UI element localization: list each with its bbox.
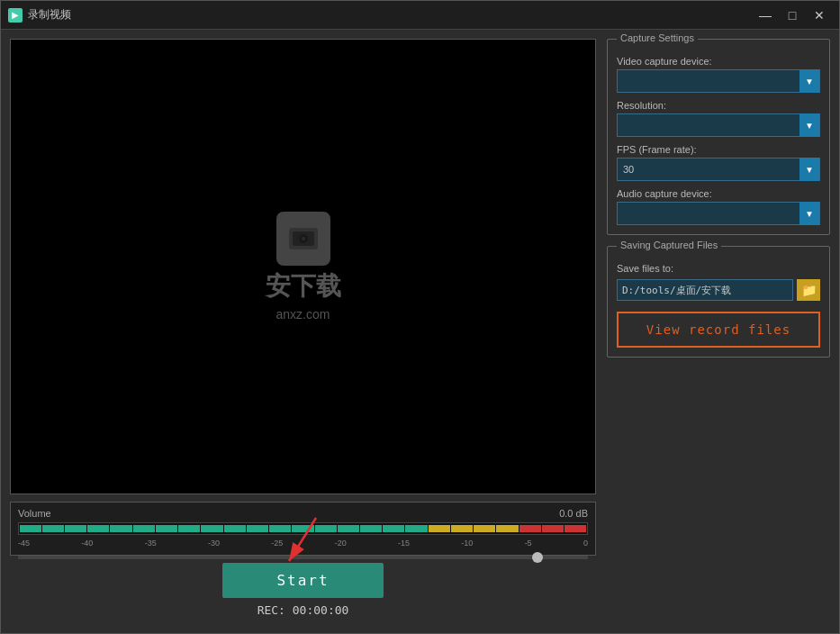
meter-seg-16 (360, 525, 382, 532)
meter-seg-10 (224, 525, 246, 532)
volume-scale: -45 -40 -35 -30 -25 -20 -15 -10 -5 0 (18, 539, 588, 548)
meter-seg-11 (247, 525, 268, 532)
fps-dropdown[interactable]: 30 ▼ (617, 158, 820, 181)
volume-db: 0.0 dB (559, 508, 588, 519)
watermark-icon (276, 212, 330, 266)
video-device-label: Video capture device: (617, 56, 820, 67)
meter-seg-21 (474, 525, 495, 532)
meter-seg-3 (65, 525, 86, 532)
capture-settings-group: Capture Settings Video capture device: ▼… (607, 39, 830, 235)
meter-seg-13 (292, 525, 313, 532)
video-preview: 安下载 anxz.com (10, 39, 596, 494)
meter-seg-2 (42, 525, 64, 532)
volume-bars (19, 523, 587, 534)
vol-label-8: -10 (461, 539, 473, 548)
vol-label-4: -30 (208, 539, 220, 548)
vol-label-2: -40 (81, 539, 93, 548)
meter-seg-22 (496, 525, 518, 532)
vol-label-10: 0 (583, 539, 588, 548)
fps-label: FPS (Frame rate): (617, 144, 820, 155)
minimize-button[interactable]: — (753, 5, 778, 25)
saving-legend: Saving Captured Files (617, 240, 721, 250)
controls-area: Start REC: 00:00:00 (10, 563, 596, 624)
watermark: 安下载 anxz.com (266, 212, 341, 322)
meter-seg-5 (110, 525, 131, 532)
resolution-arrow-icon: ▼ (799, 113, 819, 137)
meter-seg-8 (178, 525, 200, 532)
fps-arrow-icon: ▼ (799, 158, 819, 181)
watermark-sub: anxz.com (276, 307, 330, 322)
resolution-dropdown[interactable]: ▼ (617, 113, 820, 137)
volume-slider[interactable] (18, 556, 588, 559)
content-area: 安下载 anxz.com Volume 0.0 dB (1, 30, 839, 633)
watermark-text: 安下载 (266, 269, 341, 303)
view-record-files-button[interactable]: View record files (617, 312, 820, 348)
video-device-dropdown[interactable]: ▼ (617, 69, 820, 93)
window-controls: — □ ✕ (753, 5, 832, 25)
window-title: 录制视频 (28, 7, 753, 23)
volume-meter (18, 522, 588, 535)
title-bar: ▶ 录制视频 — □ ✕ (1, 1, 839, 30)
resolution-label: Resolution: (617, 100, 820, 111)
vol-label-1: -45 (18, 539, 30, 548)
close-button[interactable]: ✕ (807, 5, 832, 25)
app-icon: ▶ (8, 8, 23, 23)
volume-slider-container (18, 549, 588, 562)
vol-label-6: -20 (335, 539, 347, 548)
meter-seg-6 (133, 525, 155, 532)
volume-label: Volume (18, 508, 51, 519)
vol-label-9: -5 (525, 539, 532, 548)
meter-seg-24 (542, 525, 564, 532)
meter-seg-25 (565, 525, 586, 532)
folder-icon: 📁 (801, 283, 817, 297)
meter-seg-9 (201, 525, 222, 532)
saving-group: Saving Captured Files Save files to: 📁 V… (607, 246, 830, 358)
volume-panel: Volume 0.0 dB (10, 502, 596, 556)
meter-seg-12 (269, 525, 291, 532)
meter-seg-20 (451, 525, 473, 532)
maximize-button[interactable]: □ (780, 5, 805, 25)
left-panel: 安下载 anxz.com Volume 0.0 dB (10, 39, 596, 624)
path-row: 📁 (617, 279, 820, 301)
audio-device-dropdown[interactable]: ▼ (617, 202, 820, 225)
video-device-arrow-icon: ▼ (799, 69, 819, 93)
meter-seg-14 (315, 525, 337, 532)
rec-time: REC: 00:00:00 (257, 603, 349, 617)
main-window: ▶ 录制视频 — □ ✕ (0, 0, 840, 634)
save-to-label: Save files to: (617, 263, 820, 274)
meter-seg-15 (338, 525, 359, 532)
meter-seg-7 (156, 525, 177, 532)
meter-seg-1 (20, 525, 41, 532)
capture-settings-legend: Capture Settings (617, 32, 698, 43)
audio-device-label: Audio capture device: (617, 188, 820, 199)
start-button[interactable]: Start (222, 563, 383, 598)
vol-label-7: -15 (398, 539, 410, 548)
meter-seg-23 (519, 525, 541, 532)
meter-seg-17 (383, 525, 404, 532)
browse-folder-button[interactable]: 📁 (797, 279, 820, 301)
meter-seg-19 (429, 525, 450, 532)
save-path-input[interactable] (617, 279, 793, 301)
fps-value: 30 (623, 164, 799, 175)
meter-seg-4 (87, 525, 109, 532)
svg-point-3 (302, 237, 305, 240)
vol-label-3: -35 (145, 539, 157, 548)
volume-header: Volume 0.0 dB (18, 508, 588, 519)
audio-device-arrow-icon: ▼ (799, 202, 819, 225)
meter-seg-18 (405, 525, 427, 532)
vol-label-5: -25 (271, 539, 283, 548)
right-panel: Capture Settings Video capture device: ▼… (607, 39, 830, 624)
